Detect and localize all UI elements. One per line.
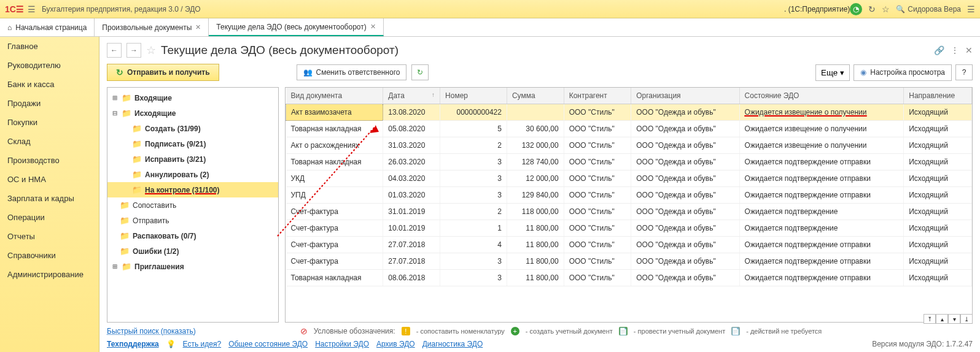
sidebar-item-bank[interactable]: Банк и касса	[0, 75, 99, 94]
doc-ok-icon: 📄	[731, 327, 740, 335]
col-organization[interactable]: Организация	[631, 88, 739, 104]
tree-invites[interactable]: ⊞📁Приглашения	[107, 259, 278, 274]
favorite-star-icon[interactable]: ☆	[146, 44, 156, 57]
sidebar-item-admin[interactable]: Администрирование	[0, 265, 99, 284]
tree-send[interactable]: 📁Отправить	[107, 213, 278, 228]
table-row[interactable]: УПД01.03.20203129 840,00ООО "Стиль"ООО "…	[286, 187, 972, 204]
user-search[interactable]: 🔍 Сидорова Вера	[896, 5, 961, 13]
scroll-top-button[interactable]: ⤒	[924, 314, 936, 324]
legend-label: Условные обозначения:	[314, 327, 395, 335]
tab-current-edo[interactable]: Текущие дела ЭДО (весь документооборот) …	[209, 18, 383, 36]
cell-dir: Исходящий	[904, 237, 972, 253]
cell-doc: Счет-фактура	[286, 253, 383, 270]
quick-search-link[interactable]: Быстрый поиск (показать)	[107, 327, 196, 335]
cell-date: 27.07.2018	[383, 253, 440, 270]
more-button[interactable]: Еще ▾	[815, 64, 850, 81]
tree-sign[interactable]: 📁Подписать (9/21)	[107, 136, 278, 151]
col-sum[interactable]: Сумма	[507, 88, 564, 104]
col-number[interactable]: Номер	[440, 88, 507, 104]
tree-match[interactable]: 📁Сопоставить	[107, 197, 278, 213]
sidebar-item-purchases[interactable]: Покупки	[0, 113, 99, 132]
table-row[interactable]: УКД04.03.2020312 000,00ООО "Стиль"ООО "О…	[286, 170, 972, 187]
table-row[interactable]: Счет-фактура31.01.20192118 000,00ООО "Ст…	[286, 204, 972, 220]
refresh-table-button[interactable]: ↻	[411, 64, 429, 80]
tree-fix[interactable]: 📁Исправить (3/21)	[107, 151, 278, 167]
col-date[interactable]: Дата↑	[383, 88, 440, 104]
table-row[interactable]: Счет-фактура10.01.2019111 800,00ООО "Сти…	[286, 220, 972, 237]
expand-icon[interactable]: ⊞	[111, 94, 119, 101]
nav-back-button[interactable]: ←	[107, 43, 122, 58]
cell-sum: 129 840,00	[507, 187, 564, 204]
content-area: ← → ☆ Текущие дела ЭДО (весь документооб…	[99, 37, 980, 352]
cell-sum: 118 000,00	[507, 204, 564, 220]
tab-arbitrary-docs[interactable]: Произвольные документы ✕	[95, 18, 209, 36]
table-row[interactable]: Счет-фактура27.07.2018311 800,00ООО "Сти…	[286, 253, 972, 270]
sidebar-item-catalogs[interactable]: Справочники	[0, 246, 99, 265]
expand-icon[interactable]: ⊞	[111, 263, 119, 270]
tab-home[interactable]: ⌂ Начальная страница	[0, 18, 95, 36]
footer-link-diag[interactable]: Диагностика ЭДО	[422, 340, 483, 348]
table-row[interactable]: Акт о расхождениях31.03.20202132 000,00О…	[286, 137, 972, 154]
tree-outgoing[interactable]: ⊟📁Исходящие	[107, 105, 278, 121]
idea-link[interactable]: Есть идея?	[183, 340, 222, 348]
table-row[interactable]: Товарная накладная26.03.20203128 740,00О…	[286, 154, 972, 170]
close-icon[interactable]: ✕	[195, 23, 201, 31]
footer-link-archive[interactable]: Архив ЭДО	[376, 340, 415, 348]
folder-icon: 📁	[122, 262, 131, 271]
tree-unpack[interactable]: 📁Распаковать (0/7)	[107, 228, 278, 243]
sidebar-item-production[interactable]: Производство	[0, 151, 99, 170]
scroll-bottom-button[interactable]: ⤓	[960, 314, 973, 324]
table-row[interactable]: Счет-фактура27.07.2018411 800,00ООО "Сти…	[286, 237, 972, 253]
footer-link-status[interactable]: Общее состояние ЭДО	[228, 340, 308, 348]
tree-incoming[interactable]: ⊞📁Входящие	[107, 90, 278, 105]
history-icon[interactable]: ↻	[868, 4, 876, 14]
star-icon[interactable]: ☆	[882, 4, 890, 14]
sidebar-item-reports[interactable]: Отчеты	[0, 227, 99, 246]
view-settings-button[interactable]: ◉ Настройка просмотра	[854, 64, 952, 81]
cell-dir: Исходящий	[904, 187, 972, 204]
tree-control[interactable]: 📁На контроле (31/100)	[107, 182, 278, 197]
footer-link-settings[interactable]: Настройки ЭДО	[315, 340, 369, 348]
cell-sum	[507, 104, 564, 121]
sidebar-item-manager[interactable]: Руководителю	[0, 56, 99, 75]
sidebar-item-os-nma[interactable]: ОС и НМА	[0, 170, 99, 189]
menu-icon[interactable]: ☰	[967, 4, 975, 14]
col-status[interactable]: Состояние ЭДО	[739, 88, 904, 104]
tree-create[interactable]: 📁Создать (31/99)	[107, 121, 278, 136]
nav-forward-button[interactable]: →	[126, 43, 141, 58]
cell-org: ООО "Одежда и обувь"	[631, 237, 739, 253]
close-icon[interactable]: ✕	[370, 23, 376, 31]
change-responsible-button[interactable]: 👥 Сменить ответственного	[297, 64, 407, 80]
cell-doc: УКД	[286, 170, 383, 187]
search-icon: 🔍	[896, 5, 905, 13]
kebab-icon[interactable]: ⋮	[951, 45, 959, 55]
col-doc-type[interactable]: Вид документа	[286, 88, 383, 104]
sidebar-item-warehouse[interactable]: Склад	[0, 132, 99, 151]
tech-support-link[interactable]: Техподдержка	[107, 340, 159, 348]
close-page-icon[interactable]: ✕	[965, 45, 973, 55]
cell-doc: Товарная накладная	[286, 154, 383, 170]
table-row[interactable]: Товарная накладная05.08.2020530 600,00ОО…	[286, 121, 972, 137]
sidebar-item-main[interactable]: Главное	[0, 37, 99, 56]
help-button[interactable]: ?	[955, 64, 973, 80]
sidebar-item-salary[interactable]: Зарплата и кадры	[0, 189, 99, 208]
send-receive-button[interactable]: ↻ Отправить и получить	[107, 64, 219, 81]
sidebar-item-sales[interactable]: Продажи	[0, 94, 99, 113]
link-icon[interactable]: 🔗	[934, 45, 944, 55]
clear-icon[interactable]: ⊘	[300, 326, 308, 336]
tree-errors[interactable]: 📁Ошибки (1/2)	[107, 243, 278, 259]
sidebar-item-operations[interactable]: Операции	[0, 208, 99, 227]
table-row[interactable]: Товарная накладная08.06.2018311 800,00ОО…	[286, 270, 972, 286]
collapse-icon[interactable]: ⊟	[111, 110, 119, 117]
burger-icon[interactable]: ☰	[28, 4, 36, 14]
table-row[interactable]: Акт взаимозачета13.08.202000000000422ООО…	[286, 104, 972, 121]
tree-cancel[interactable]: 📁Аннулировать (2)	[107, 167, 278, 182]
bulb-icon: 💡	[166, 340, 176, 348]
scroll-down-button[interactable]: ▾	[948, 314, 960, 324]
scroll-up-button[interactable]: ▴	[936, 314, 948, 324]
notification-icon[interactable]: ◔	[850, 3, 862, 15]
cell-cp: ООО "Стиль"	[564, 270, 631, 286]
col-counterparty[interactable]: Контрагент	[564, 88, 631, 104]
cell-status: Ожидается подтверждение	[739, 204, 904, 220]
col-direction[interactable]: Направление	[904, 88, 972, 104]
